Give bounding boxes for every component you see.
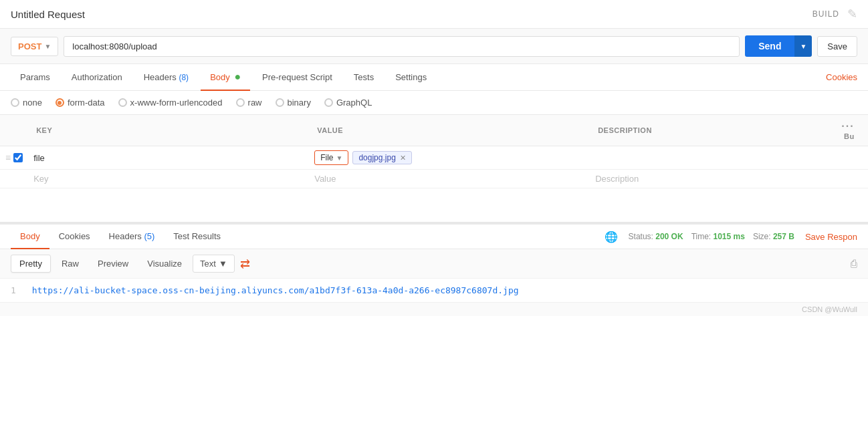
tab-body[interactable]: Body ● (201, 64, 250, 91)
response-content: 1 https://ali-bucket-space.oss-cn-beijin… (0, 279, 868, 302)
placeholder-controls-cell (0, 170, 28, 188)
edit-icon[interactable]: ✎ (847, 7, 857, 21)
radio-none-icon (11, 98, 19, 107)
wrap-icon[interactable]: ⇄ (240, 257, 250, 271)
col-value: VALUE (309, 115, 590, 146)
row-controls-cell: ≡ (0, 146, 28, 170)
row-controls: ≡ (5, 152, 23, 163)
status-value: 200 OK (655, 232, 683, 241)
key-placeholder: Key (33, 174, 48, 184)
response-line-1: 1 https://ali-bucket-space.oss-cn-beijin… (11, 285, 857, 295)
size-label: Size: 257 B (753, 232, 794, 241)
send-button-group: Send ▼ (745, 35, 812, 57)
table-placeholder-row: Key Value Description (0, 170, 868, 188)
globe-icon[interactable]: 🌐 (605, 231, 618, 243)
format-raw-button[interactable]: Raw (53, 255, 87, 272)
response-meta: 🌐 Status: 200 OK Time: 1015 ms Size: 257… (605, 231, 857, 243)
radio-graphql-icon (324, 98, 333, 107)
radio-binary-icon (276, 98, 284, 107)
tab-authorization[interactable]: Authorization (62, 65, 132, 90)
request-section: Params Authorization Headers (8) Body ● … (0, 64, 868, 225)
tab-params[interactable]: Params (11, 65, 60, 90)
footer-credit: CSDN @WuWull (802, 305, 857, 313)
resp-tab-cookies[interactable]: Cookies (49, 225, 100, 249)
footer: CSDN @WuWull (0, 302, 868, 316)
line-number-1: 1 (11, 285, 16, 295)
col-controls (0, 115, 28, 146)
tab-pre-request[interactable]: Pre-request Script (253, 65, 342, 90)
format-pretty-button[interactable]: Pretty (11, 255, 51, 273)
body-type-binary[interactable]: binary (276, 98, 311, 108)
col-more: ··· Bu (828, 115, 868, 146)
form-data-table: KEY VALUE DESCRIPTION ··· Bu (0, 115, 868, 188)
description-cell (590, 146, 828, 170)
key-input[interactable] (33, 153, 304, 163)
body-type-graphql[interactable]: GraphQL (324, 98, 372, 108)
body-type-none[interactable]: none (11, 98, 42, 108)
format-bar: Pretty Raw Preview Visualize Text ▼ ⇄ ⎙ (0, 249, 868, 279)
body-type-raw[interactable]: raw (236, 98, 262, 108)
top-bar: Untitled Request BUILD ✎ (0, 0, 868, 29)
tab-settings[interactable]: Settings (386, 65, 436, 90)
request-tabs-bar: Params Authorization Headers (8) Body ● … (0, 64, 868, 91)
radio-urlencoded-icon (118, 98, 127, 107)
value-cell: File ▼ dogjpg.jpg ✕ (309, 146, 590, 170)
send-button[interactable]: Send (745, 35, 794, 57)
build-button[interactable]: BUILD (812, 9, 839, 19)
col-description: DESCRIPTION (590, 115, 828, 146)
radio-raw-icon (236, 98, 245, 107)
top-bar-actions: BUILD ✎ (812, 7, 857, 21)
more-options-icon[interactable]: ··· (841, 120, 854, 132)
method-select[interactable]: POST ▼ (11, 37, 58, 56)
remove-file-button[interactable]: ✕ (400, 154, 406, 162)
tab-headers[interactable]: Headers (8) (134, 65, 198, 90)
size-value: 257 B (773, 232, 794, 241)
send-dropdown-button[interactable]: ▼ (794, 35, 812, 57)
placeholder-bulk-cell (828, 170, 868, 188)
resp-tab-body[interactable]: Body (11, 225, 49, 249)
resp-tab-headers[interactable]: Headers (5) (100, 225, 165, 249)
body-type-bar: none form-data x-www-form-urlencoded raw… (0, 91, 868, 115)
body-type-urlencoded[interactable]: x-www-form-urlencoded (118, 98, 223, 108)
headers-badge: (8) (179, 73, 189, 82)
response-section: Body Cookies Headers (5) Test Results 🌐 … (0, 225, 868, 302)
radio-formdata-icon (56, 98, 64, 107)
tab-tests[interactable]: Tests (344, 65, 383, 90)
drag-icon[interactable]: ≡ (5, 152, 11, 163)
format-select-chevron-icon: ▼ (219, 259, 227, 269)
description-placeholder2: Description (595, 174, 639, 184)
format-visualize-button[interactable]: Visualize (139, 255, 190, 272)
cookies-link[interactable]: Cookies (826, 72, 857, 82)
key-cell (28, 146, 309, 170)
save-response-button[interactable]: Save Respon (805, 232, 857, 242)
save-button[interactable]: Save (817, 36, 857, 57)
status-info: Status: 200 OK Time: 1015 ms Size: 257 B (629, 232, 794, 241)
url-input[interactable] (64, 36, 740, 57)
page-title: Untitled Request (11, 9, 85, 20)
table-row: ≡ File ▼ (0, 146, 868, 170)
placeholder-key-cell: Key (28, 170, 309, 188)
response-url-link[interactable]: https://ali-bucket-space.oss-cn-beijing.… (32, 285, 519, 295)
resp-tab-test-results[interactable]: Test Results (164, 225, 230, 249)
response-tabs-bar: Body Cookies Headers (5) Test Results 🌐 … (0, 225, 868, 249)
placeholder-desc-cell: Description (590, 170, 828, 188)
file-chip: dogjpg.jpg ✕ (352, 151, 411, 164)
time-label: Time: 1015 ms (691, 232, 745, 241)
form-data-table-area: KEY VALUE DESCRIPTION ··· Bu (0, 115, 868, 222)
copy-icon[interactable]: ⎙ (851, 258, 857, 270)
col-key: KEY (28, 115, 309, 146)
format-type-select[interactable]: Text ▼ (193, 255, 235, 273)
file-type-badge[interactable]: File ▼ (314, 150, 348, 165)
bulk-cell (828, 146, 868, 170)
body-type-form-data[interactable]: form-data (56, 98, 105, 108)
status-label: Status: 200 OK (629, 232, 683, 241)
value-display: File ▼ dogjpg.jpg ✕ (314, 150, 584, 165)
value-placeholder: Value (314, 174, 336, 184)
placeholder-value-cell: Value (309, 170, 590, 188)
time-value: 1015 ms (714, 232, 745, 241)
resp-headers-badge: (5) (144, 231, 154, 241)
row-checkbox[interactable] (13, 153, 23, 162)
method-chevron-icon: ▼ (44, 43, 51, 50)
format-preview-button[interactable]: Preview (90, 255, 136, 272)
file-type-chevron-icon: ▼ (336, 154, 343, 162)
